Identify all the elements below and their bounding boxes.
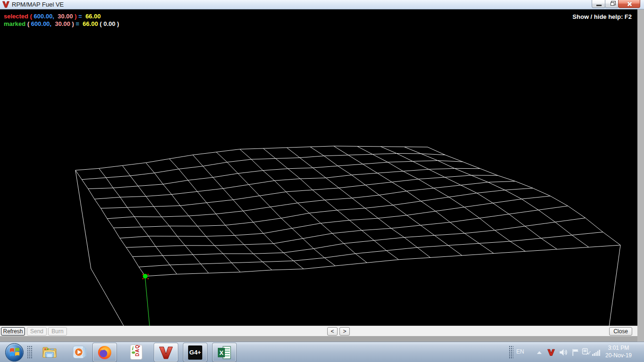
g4-icon: G4+ [188,346,202,360]
app-v-icon [2,1,9,8]
close-button[interactable]: Close [609,327,632,336]
clock-date: 20-Nov-19 [602,352,636,359]
bottom-toolbar: Refresh Send Burn < > Close [0,326,637,336]
show-hidden-icons-button[interactable] [537,351,542,354]
marked-readout: marked ( 600.00, 30.00 ) = 66.00 ( 0.00 … [4,20,119,27]
send-button[interactable]: Send [27,327,47,336]
burn-button[interactable]: Burn [48,327,67,336]
close-window-button[interactable] [618,0,640,8]
idaq-icon[interactable]: i DAQ [130,345,142,360]
media-player-icon[interactable] [72,344,88,360]
minimize-icon [596,5,602,6]
ve-surface-mesh[interactable] [0,9,637,326]
help-hint: Show / hide help: F2 [572,13,632,20]
tray-grip [509,346,513,359]
action-center-flag-icon[interactable] [571,348,579,356]
title-bar: RPM/MAP Fuel VE [0,0,644,9]
minimize-button[interactable] [592,0,605,8]
marker-tick [148,274,149,275]
window-title: RPM/MAP Fuel VE [12,1,64,8]
windows-logo-icon [9,348,20,357]
g4-taskbar-button[interactable]: G4+ [183,343,207,362]
taskbar-clock[interactable]: 3:01 PM 20-Nov-19 [602,344,636,359]
ve-3d-view[interactable]: selected ( 600.00, 30.00 ) = 66.00 marke… [0,9,637,326]
marker-tick [142,278,143,279]
restore-icon [611,2,614,6]
app-v-icon [158,345,173,360]
volume-icon[interactable] [559,348,568,356]
idaq-label: DAQ [135,345,140,356]
start-button[interactable] [5,343,24,362]
excel-icon: X [217,345,232,360]
prev-table-button[interactable]: < [327,327,338,336]
svg-text:X: X [219,349,223,356]
taskbar-grip [27,346,33,359]
screen: { "window": { "title": "RPM/MAP Fuel VE"… [0,0,644,362]
next-table-button[interactable]: > [339,327,350,336]
marker-drop-line [145,279,150,326]
taskbar: i DAQ G4+ [0,342,644,362]
window-border-bottom [0,336,637,342]
restore-button[interactable] [605,0,619,8]
marker-tick [148,278,149,279]
idaq-i-glyph: i [132,346,133,351]
firefox-taskbar-button[interactable] [92,343,117,362]
mesh-surface[interactable] [75,146,620,276]
selected-readout: selected ( 600.00, 30.00 ) = 66.00 [4,13,101,20]
selected-cell-marker[interactable] [143,274,148,279]
mesh-side-walls [75,170,620,326]
excel-taskbar-button[interactable]: X [212,343,237,362]
clock-time: 3:01 PM [602,344,636,352]
explorer-icon[interactable] [41,344,58,360]
network-signal-icon[interactable] [592,349,601,356]
window-border-right [637,9,644,342]
firefox-icon [97,345,112,360]
language-indicator[interactable]: EN [516,348,524,355]
tray-v-icon[interactable] [547,348,555,356]
refresh-button[interactable]: Refresh [1,327,25,336]
ve-app-taskbar-button[interactable] [154,343,178,362]
safely-remove-hardware-icon[interactable] [582,348,591,356]
